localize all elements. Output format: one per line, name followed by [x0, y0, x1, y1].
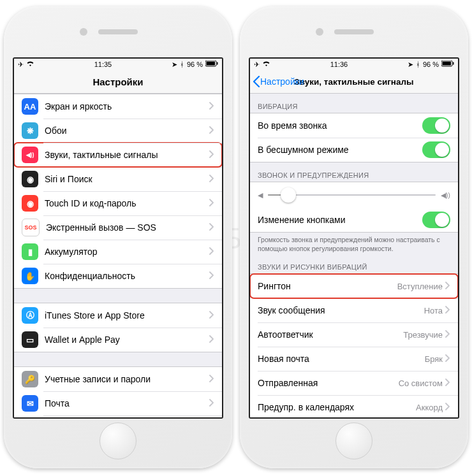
chevron-right-icon	[209, 102, 214, 112]
chevron-right-icon	[445, 306, 450, 315]
status-bar: ✈ 11:36 ➤ ᚼ 96 %	[250, 59, 458, 70]
phone-frame-left: ✈ 11:35 ➤ ᚼ 96 % Настройки AAЭ	[4, 6, 232, 468]
svg-rect-2	[217, 62, 218, 65]
settings-row[interactable]: ◀))Звуки, тактильные сигналы	[14, 143, 222, 167]
siri-icon: ◉	[22, 171, 38, 187]
toggle-switch[interactable]	[422, 212, 450, 228]
toggle-switch[interactable]	[422, 141, 450, 158]
row-label: iTunes Store и App Store	[45, 310, 209, 321]
row-label: Обои	[45, 126, 209, 136]
settings-row[interactable]: ▮Аккумулятор	[14, 240, 222, 264]
row-label: Отправленная	[258, 378, 399, 388]
chevron-right-icon	[209, 335, 214, 345]
airplane-icon: ✈	[18, 61, 24, 69]
location-icon: ➤	[172, 61, 177, 69]
row-label: Экстренный вызов — SOS	[46, 222, 209, 233]
row-label: Автоответчик	[258, 329, 403, 340]
screen-left: ✈ 11:35 ➤ ᚼ 96 % Настройки AAЭ	[13, 57, 223, 419]
sound-row[interactable]: Новая почтаБряк	[250, 347, 458, 371]
page-title: Звуки, тактильные сигналы	[294, 77, 413, 87]
chevron-right-icon	[209, 199, 214, 208]
camera-dot	[80, 28, 87, 36]
toggle-switch[interactable]	[422, 117, 450, 134]
volume-high-icon: ◀))	[441, 191, 450, 199]
svg-rect-5	[453, 62, 454, 65]
settings-row[interactable]: ◉Siri и Поиск	[14, 167, 222, 191]
svg-rect-1	[206, 62, 215, 66]
settings-row[interactable]: ✉Почта	[14, 391, 222, 415]
chevron-right-icon	[209, 175, 214, 184]
settings-row[interactable]: ◑Контакты	[14, 415, 222, 417]
back-button[interactable]: Настройки	[253, 76, 304, 87]
phone-frame-right: ✈ 11:36 ➤ ᚼ 96 % Наст	[240, 6, 468, 468]
sound-row[interactable]: РингтонВступление	[250, 274, 458, 298]
toggle-row: Изменение кнопками	[250, 208, 458, 232]
row-label: Почта	[45, 398, 209, 408]
settings-list[interactable]: AAЭкран и яркость❋Обои◀))Звуки, тактильн…	[14, 94, 222, 417]
row-label: Новая почта	[258, 354, 425, 364]
sound-row[interactable]: АвтоответчикТрезвучие	[250, 322, 458, 347]
sounds-screen[interactable]: ВИБРАЦИЯВо время звонкаВ бесшумном режим…	[250, 94, 458, 417]
volume-slider[interactable]	[268, 194, 436, 196]
sos-icon: SOS	[22, 219, 40, 236]
settings-row[interactable]: SOSЭкстренный вызов — SOS	[14, 215, 222, 240]
location-icon: ➤	[408, 61, 413, 69]
settings-row[interactable]: ◉Touch ID и код-пароль	[14, 191, 222, 215]
chevron-right-icon	[445, 354, 450, 364]
row-label: Wallet и Apple Pay	[45, 335, 209, 345]
battery-percent: 96 %	[187, 61, 203, 68]
navbar: Настройки	[14, 70, 222, 94]
page-title: Настройки	[92, 76, 143, 87]
settings-row[interactable]: AAЭкран и яркость	[14, 94, 222, 119]
speaker-slot	[98, 29, 138, 34]
row-label: Touch ID и код-пароль	[45, 198, 209, 208]
battery-percent: 96 %	[423, 61, 439, 68]
row-value: Вступление	[397, 282, 443, 291]
sound-row[interactable]: Звук сообщенияНота	[250, 298, 458, 322]
chevron-right-icon	[445, 282, 450, 291]
toggle-row: В бесшумном режиме	[250, 138, 458, 162]
section-header-sounds: ЗВУКИ И РИСУНКИ ВИБРАЦИЙ	[250, 254, 458, 273]
row-label: Siri и Поиск	[45, 174, 209, 184]
row-value: Аккорд	[416, 403, 443, 412]
sound-row[interactable]: ОтправленнаяСо свистом	[250, 371, 458, 395]
section-header-ringer: ЗВОНОК И ПРЕДУПРЕЖДЕНИЯ	[250, 162, 458, 182]
sound-row[interactable]: Предупр. в календаряхАккорд	[250, 395, 458, 417]
row-label: Аккумулятор	[45, 247, 209, 257]
svg-rect-4	[442, 62, 451, 66]
row-value: Бряк	[425, 354, 443, 364]
chevron-right-icon	[445, 330, 450, 340]
chevron-right-icon	[209, 150, 214, 160]
speaker-slot	[334, 29, 374, 34]
touchid-icon: ◉	[22, 195, 38, 212]
volume-slider-row: ◀◀))	[250, 182, 458, 208]
airplane-icon: ✈	[254, 61, 260, 69]
wifi-icon	[262, 61, 270, 68]
home-button[interactable]	[336, 422, 372, 459]
settings-row[interactable]: ❋Обои	[14, 119, 222, 143]
home-button[interactable]	[100, 422, 136, 459]
wallet-icon: ▭	[22, 331, 38, 348]
row-label: Предупр. в календарях	[258, 402, 416, 412]
settings-row[interactable]: 🔑Учетные записи и пароли	[14, 367, 222, 391]
chevron-right-icon	[445, 379, 450, 388]
row-label: Изменение кнопками	[258, 215, 422, 225]
row-value: Нота	[424, 306, 443, 315]
chevron-right-icon	[209, 375, 214, 384]
battery-icon	[205, 61, 218, 68]
screen-right: ✈ 11:36 ➤ ᚼ 96 % Наст	[249, 57, 459, 419]
section-footer-ringer: Громкость звонка и предупреждений можно …	[250, 233, 458, 254]
bluetooth-icon: ᚼ	[416, 61, 420, 68]
settings-row[interactable]: ⒶiTunes Store и App Store	[14, 303, 222, 328]
battery-icon: ▮	[22, 243, 38, 260]
display-icon: AA	[22, 98, 38, 115]
settings-row[interactable]: ✋Конфиденциальность	[14, 264, 222, 288]
navbar: Настройки Звуки, тактильные сигналы	[250, 70, 458, 94]
row-value: Со свистом	[399, 379, 443, 388]
mail-icon: ✉	[22, 395, 38, 412]
back-label: Настройки	[260, 76, 304, 87]
settings-row[interactable]: ▭Wallet и Apple Pay	[14, 328, 222, 352]
camera-dot	[316, 28, 323, 36]
battery-icon	[441, 61, 454, 68]
row-label: В бесшумном режиме	[258, 145, 422, 155]
